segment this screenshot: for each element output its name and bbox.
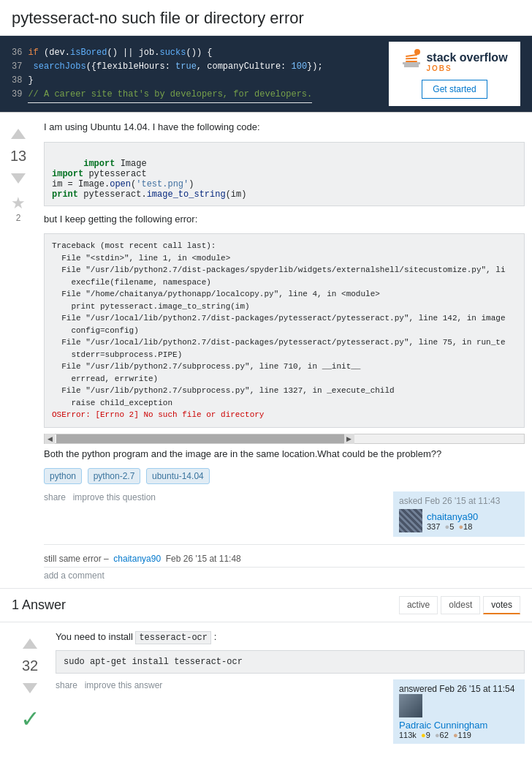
add-comment-button[interactable]: add a comment (44, 570, 525, 581)
question-body: I am using Ubuntu 14.04. I have the foll… (37, 120, 532, 581)
answer-user-info: Padraic Cunningham 113k ●9 ●62 ●119 (399, 694, 519, 739)
question-share-link[interactable]: share (44, 492, 66, 502)
tag-python-27[interactable]: python-2.7 (88, 468, 141, 484)
tag-python[interactable]: python (44, 468, 82, 484)
question-intro: I am using Ubuntu 14.04. I have the foll… (44, 120, 525, 135)
answer-user-rep: 113k ●9 ●62 ●119 (399, 731, 519, 739)
comment-1: still same error – chaitanya90 Feb 26 '1… (44, 551, 525, 568)
answer-vote-up[interactable] (19, 633, 41, 655)
question-meta: share improve this question asked Feb 26… (44, 491, 525, 537)
question-code-block: import Image import pytesseract im = Ima… (44, 142, 525, 206)
traceback-scrollbar[interactable]: ◀ ▶ (44, 434, 525, 444)
ad-code: 36if (dev.isBored() || job.sucks()) { 37… (12, 46, 389, 102)
page-title: pytesseract-no such file or directory er… (0, 0, 532, 36)
answer-vote-down[interactable] (19, 677, 41, 699)
question-user-avatar (399, 509, 422, 532)
question-improve-link[interactable]: improve this question (73, 492, 156, 502)
answer-user-name[interactable]: Padraic Cunningham (399, 720, 519, 731)
question-vote-column: 13 ★ 2 (0, 120, 37, 581)
get-started-button[interactable]: Get started (422, 80, 487, 99)
question-actions: share improve this question (44, 491, 160, 502)
question-vote-count: 13 (10, 148, 26, 165)
svg-point-6 (414, 49, 420, 55)
sort-votes[interactable]: votes (483, 596, 520, 614)
question-user-card: asked Feb 26 '15 at 11:43 chaitanya90 33… (393, 491, 525, 537)
sort-oldest[interactable]: oldest (441, 596, 480, 614)
answer-body: You need to install tesseract-ocr : sudo… (48, 630, 532, 744)
ad-line-4: 39// A career site that's by developers,… (12, 88, 389, 102)
gold-badge-icon: ● (421, 731, 426, 739)
traceback-block: Traceback (most recent call last): File … (44, 233, 525, 428)
svg-rect-4 (406, 58, 417, 60)
answer-vote-count: 32 (22, 657, 38, 674)
so-logo-icon (401, 49, 422, 74)
scroll-right-arrow[interactable]: ▶ (344, 434, 354, 444)
answer-section: 32 ✓ You need to install tesseract-ocr :… (0, 622, 532, 751)
svg-rect-1 (404, 64, 419, 66)
traceback-container: Traceback (most recent call last): File … (44, 233, 525, 444)
question-asked-time: asked Feb 26 '15 at 11:43 (399, 496, 519, 506)
answer-install-code: sudo apt-get install tesseract-ocr (56, 650, 525, 674)
comment-time: Feb 26 '15 at 11:48 (166, 554, 241, 564)
question-user-info: chaitanya90 337 ●5 ●18 (399, 509, 519, 532)
answer-meta: share improve this answer answered Feb 2… (56, 679, 525, 744)
bronze-badge-icon2: ● (453, 731, 458, 739)
ad-line-1: 36if (dev.isBored() || job.sucks()) { (12, 46, 389, 60)
answer-actions: share improve this answer (56, 679, 167, 690)
answers-header: 1 Answer active oldest votes (0, 588, 532, 622)
question-tags: python python-2.7 ubuntu-14.04 (44, 468, 525, 484)
tag-ubuntu[interactable]: ubuntu-14.04 (146, 468, 210, 484)
stackoverflow-logo: stack overflow JOBS (401, 49, 507, 74)
answer-improve-link[interactable]: improve this answer (85, 680, 163, 690)
question-user-name[interactable]: chaitanya90 (427, 511, 478, 522)
question-body-end: Both the python program and the image ar… (44, 447, 525, 461)
question-favorite-star[interactable]: ★ (11, 194, 26, 213)
scroll-thumb[interactable] (56, 434, 344, 443)
question-favorite-count: 2 (16, 213, 21, 223)
answer-sort-options: active oldest votes (399, 596, 520, 614)
question-vote-down[interactable] (7, 167, 29, 189)
svg-rect-5 (406, 61, 417, 62)
silver-badge-icon2: ● (435, 731, 440, 739)
accepted-checkmark: ✓ (20, 706, 40, 732)
question-comments: still same error – chaitanya90 Feb 26 '1… (44, 544, 525, 581)
answer-code-inline: tesseract-ocr (135, 631, 211, 644)
so-logo-text: stack overflow (426, 51, 507, 64)
svg-rect-2 (404, 66, 419, 67)
answer-user-card: answered Feb 26 '15 at 11:54 Padraic Cun… (393, 679, 525, 744)
sort-active[interactable]: active (399, 596, 438, 614)
comment-text: still same error – (44, 554, 109, 564)
question-user-rep: 337 ●5 ●18 (427, 522, 478, 531)
answer-user-avatar (399, 694, 422, 717)
answer-answered-time: answered Feb 26 '15 at 11:54 (399, 684, 519, 694)
scroll-left-arrow[interactable]: ◀ (45, 434, 55, 444)
ad-banner: 36if (dev.isBored() || job.sucks()) { 37… (0, 36, 532, 113)
svg-rect-3 (406, 54, 417, 57)
question-vote-up[interactable] (7, 123, 29, 145)
answers-count-title: 1 Answer (12, 598, 66, 613)
answer-vote-column: 32 ✓ (12, 630, 48, 744)
comment-author-link[interactable]: chaitanya90 (113, 554, 161, 564)
answer-text: You need to install tesseract-ocr : (56, 630, 525, 644)
question-error-intro: but I keep getting the following error: (44, 212, 525, 227)
ad-line-2: 37 searchJobs({flexibleHours: true, comp… (12, 60, 389, 74)
answer-share-link[interactable]: share (56, 680, 77, 690)
svg-rect-0 (403, 62, 420, 64)
so-logo-jobs: JOBS (426, 64, 507, 72)
ad-right: stack overflow JOBS Get started (389, 42, 520, 106)
question-section: 13 ★ 2 I am using Ubuntu 14.04. I have t… (0, 113, 532, 588)
